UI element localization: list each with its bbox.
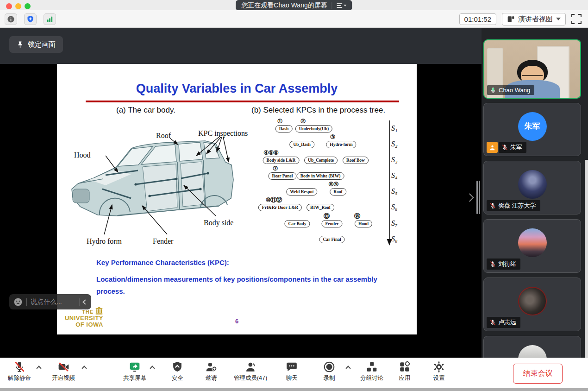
- invite-icon: [205, 360, 218, 373]
- banner-divider: [332, 2, 332, 9]
- tree-node: Underbody(Ub): [295, 125, 332, 132]
- emoji-icon[interactable]: [13, 297, 23, 307]
- tree-node: Weld Respot: [286, 188, 317, 196]
- end-meeting-button[interactable]: 结束会议: [513, 364, 563, 384]
- toolbar-label: 应用: [399, 374, 411, 382]
- mac-zoom-button[interactable]: [25, 3, 31, 9]
- tree-node-number: ⑭: [354, 212, 360, 221]
- toolbar-label: 邀请: [206, 374, 217, 382]
- invite-button[interactable]: 邀请: [205, 360, 218, 382]
- chat-button[interactable]: 聊天: [286, 360, 298, 382]
- chat-icon: [286, 360, 298, 373]
- participant-tile[interactable]: 卢志远: [483, 277, 581, 331]
- caret-down-icon: [344, 5, 347, 6]
- tree-node: Fender: [321, 220, 342, 227]
- tree-node-number: ⑬: [324, 212, 329, 221]
- fullscreen-button[interactable]: [571, 14, 582, 24]
- chat-overlay[interactable]: 说点什么...: [9, 294, 91, 309]
- banner-options-menu-icon[interactable]: [337, 3, 347, 8]
- participant-tile[interactable]: [483, 336, 581, 358]
- settings-button[interactable]: 设置: [433, 360, 445, 382]
- toolbar-label: 聊天: [286, 374, 298, 382]
- kpc-heading: Key Performance Characteristics (KPC):: [96, 259, 229, 266]
- collapse-chat-icon[interactable]: [82, 299, 88, 304]
- connection-stats-button[interactable]: [44, 13, 56, 25]
- breakout-rooms-button[interactable]: 分组讨论: [360, 360, 383, 382]
- avatar-initials: 朱军: [525, 121, 540, 132]
- tree-node-number: ⑩⑪⑫: [266, 196, 282, 204]
- security-button[interactable]: 安全: [172, 360, 183, 382]
- avatar: 朱军: [518, 112, 547, 141]
- participant-name: 朱军: [510, 143, 522, 151]
- tree-node-number: ①: [277, 118, 282, 125]
- tree-node: Body side L&R: [263, 157, 300, 164]
- toolbar-label: 开启视频: [52, 374, 75, 382]
- toolbar-label: 共享屏幕: [123, 374, 146, 382]
- caption-b: (b) Selected KPCs in the process tree.: [251, 106, 385, 115]
- tree-node: BIW_Roof: [307, 204, 334, 211]
- chat-input-placeholder[interactable]: 说点什么...: [31, 298, 75, 306]
- record-button[interactable]: 录制: [323, 360, 335, 382]
- share-screen-button[interactable]: 共享屏幕: [123, 360, 146, 382]
- caret-down-icon: [556, 18, 561, 20]
- participants-icon: [244, 360, 256, 373]
- participants-scrollbar[interactable]: [585, 160, 588, 358]
- view-mode-button[interactable]: 演讲者视图: [502, 13, 566, 25]
- chat-divider: [26, 298, 27, 306]
- car-label-hydro-form: Hydro form: [87, 237, 122, 246]
- mic-muted-icon: [489, 319, 496, 326]
- participant-tile[interactable]: 樊薇 江苏大学: [483, 161, 581, 214]
- old-capitol-icon: [95, 307, 103, 315]
- tree-node: Hydro-form: [326, 141, 356, 148]
- signal-bars-icon: [46, 15, 54, 23]
- panel-drag-handle[interactable]: [479, 181, 480, 214]
- record-menu-caret[interactable]: [346, 366, 352, 372]
- participant-name-chip: 樊薇 江苏大学: [487, 200, 540, 211]
- tree-node-number: ④⑤⑥: [263, 149, 278, 157]
- encryption-button[interactable]: [24, 13, 37, 25]
- tree-node: Hood: [355, 220, 372, 227]
- user-badge-icon: [487, 142, 498, 153]
- chat-divider: [79, 298, 80, 306]
- mic-muted-icon: [13, 360, 25, 373]
- participant-name: Chao Wang: [499, 87, 530, 94]
- unmute-button[interactable]: 解除静音: [8, 360, 31, 382]
- watching-screen-banner[interactable]: 您正在观看Chao Wang的屏幕: [236, 0, 352, 11]
- panel-drag-handle[interactable]: [476, 181, 478, 214]
- menu-lines-icon: [337, 3, 343, 8]
- manage-participants-button[interactable]: 管理成员(47): [234, 360, 267, 382]
- video-menu-caret[interactable]: [82, 366, 88, 372]
- presentation-slide: Quality Variables in Car Assembly (a) Th…: [57, 64, 417, 334]
- avatar: [518, 170, 547, 199]
- mac-minimize-button[interactable]: [15, 3, 21, 9]
- participant-tile-active-speaker[interactable]: Chao Wang: [483, 39, 581, 99]
- pin-screen-button[interactable]: 锁定画面: [9, 36, 63, 53]
- meeting-controls-toolbar: 解除静音 开启视频 共享屏幕 安全 邀请: [0, 358, 588, 388]
- tree-node: Body in White (BIW): [297, 172, 344, 180]
- stage-label: S₅: [391, 187, 398, 196]
- meeting-info-button[interactable]: [5, 13, 17, 25]
- mic-active-icon: [490, 87, 496, 94]
- pin-screen-label: 锁定画面: [28, 40, 56, 49]
- tree-node: Ub_Complete: [304, 157, 338, 164]
- participant-name-chip: 刘衍绪: [487, 259, 520, 270]
- share-menu-caret[interactable]: [150, 366, 156, 372]
- unmute-menu-caret[interactable]: [37, 366, 43, 372]
- avatar: [518, 287, 547, 315]
- participant-name-chip: Chao Wang: [487, 85, 534, 95]
- mac-close-button[interactable]: [6, 3, 12, 9]
- apps-button[interactable]: 应用: [399, 360, 411, 382]
- toolbar-label: 设置: [433, 374, 445, 382]
- toolbar-label: 安全: [172, 374, 183, 382]
- participant-tile[interactable]: 刘衍绪: [483, 219, 581, 273]
- title-underline: [86, 101, 399, 102]
- video-off-icon: [57, 360, 70, 373]
- speaker-view-icon: [507, 16, 515, 23]
- window-bottom-edge: [0, 388, 588, 391]
- participants-panel: Chao Wang 朱军 朱军 樊薇 江苏大学: [482, 28, 588, 358]
- logo-line3: OF IOWA: [61, 322, 103, 328]
- mic-muted-icon: [501, 144, 508, 151]
- car-label-body-side: Body side: [204, 219, 233, 227]
- start-video-button[interactable]: 开启视频: [52, 360, 75, 382]
- participant-tile[interactable]: 朱军 朱军: [483, 103, 581, 156]
